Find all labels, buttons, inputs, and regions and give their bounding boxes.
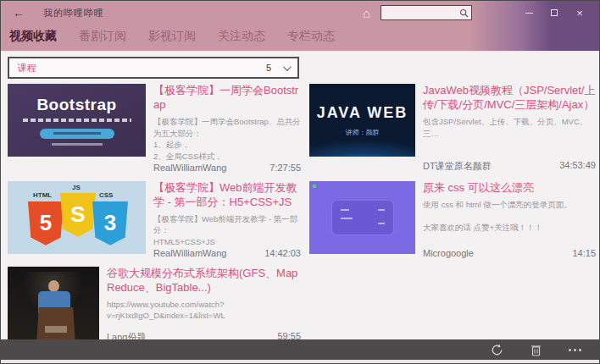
- video-card[interactable]: HTML JS CSS 5 S 3 【极客学院】Web前端开发教学 - 第一部分…: [8, 181, 301, 260]
- minimize-button[interactable]: [516, 3, 542, 22]
- video-card[interactable]: 原来 css 可以这么漂亮 使用 css 和 html 做一个漂亮的登录页面。 …: [309, 181, 596, 260]
- video-uploader: Microgoogle: [423, 248, 474, 258]
- video-description: 【极客学院】Web前端开发教学 - 第一部分： HTML5+CSS+JS: [153, 213, 301, 248]
- window-bottom-strip: [1, 360, 599, 363]
- thumbnail-decoration: [52, 143, 103, 146]
- search-icon[interactable]: [459, 8, 469, 18]
- video-uploader: RealWilliamWang: [153, 248, 226, 258]
- trash-icon: [531, 344, 542, 356]
- js-shield-icon: S: [60, 193, 96, 237]
- video-duration: 7:27:55: [269, 163, 301, 173]
- video-title[interactable]: JavaWeb视频教程（JSP/Servlet/上传/下载/分页/MVC/三层架…: [423, 84, 596, 113]
- speaker-graphic: [48, 280, 59, 292]
- thumbnail-decoration: [45, 326, 67, 333]
- content-area: 课程 5 Bootstrap 【极客学院】一周学会Bootstrap 【极客学院…: [1, 52, 599, 339]
- minimize-icon: [525, 13, 533, 14]
- video-grid: Bootstrap 【极客学院】一周学会Bootstrap 【极客学院】一周学会…: [8, 84, 596, 339]
- thumbnail-decoration: [313, 185, 316, 188]
- thumbnail-text: JAVA WEB: [317, 104, 408, 122]
- chevron-down-icon: [283, 63, 292, 71]
- ellipsis-icon: [569, 349, 581, 351]
- header: ← 我的哔哩哔哩 ⌂ × 视频收藏 番剧订阅 影视订阅: [1, 1, 599, 52]
- folder-dropdown[interactable]: 课程 5: [8, 57, 299, 79]
- maximize-button[interactable]: [542, 3, 567, 22]
- nav-tabs: 视频收藏 番剧订阅 影视订阅 关注动态 专栏动态: [1, 25, 599, 52]
- thumbnail-label-css: CSS: [99, 191, 113, 199]
- tab-following-feed[interactable]: 关注动态: [218, 29, 265, 44]
- thumbnail-decoration: [23, 119, 131, 122]
- video-description: https://www.youtube.com/watch? v=rjKIxdI…: [107, 299, 301, 323]
- video-description: 使用 css 和 html 做一个漂亮的登录页面。 大家喜欢的话 点赞+关注哦！…: [423, 199, 596, 234]
- login-card-graphic: [332, 201, 393, 234]
- tab-bangumi-subscriptions[interactable]: 番剧订阅: [79, 29, 126, 44]
- video-duration: 34:53:49: [559, 160, 596, 173]
- video-duration: 14:15: [572, 248, 596, 258]
- video-duration: 59:55: [277, 331, 301, 339]
- video-uploader: RealWilliamWang: [153, 163, 226, 173]
- more-button[interactable]: [555, 339, 594, 360]
- command-bar: [1, 339, 599, 360]
- video-thumbnail[interactable]: Bootstrap: [8, 84, 146, 157]
- video-title[interactable]: 【极客学院】Web前端开发教学 - 第一部分：H5+CSS+JS: [153, 181, 301, 210]
- close-button[interactable]: ×: [567, 3, 592, 22]
- search-input[interactable]: [381, 7, 459, 19]
- folder-item-count: 5: [266, 63, 271, 73]
- refresh-button[interactable]: [477, 339, 516, 360]
- video-duration: 14:42:03: [264, 248, 301, 258]
- back-icon[interactable]: ←: [13, 6, 25, 19]
- delete-button[interactable]: [516, 339, 555, 360]
- thumbnail-text: Bootstrap: [36, 96, 116, 114]
- video-title[interactable]: 谷歌大规模分布式系统架构(GFS、MapReduce、BigTable...): [107, 267, 301, 295]
- video-thumbnail[interactable]: HTML JS CSS 5 S 3: [8, 181, 146, 254]
- tab-video-favorites[interactable]: 视频收藏: [9, 29, 57, 44]
- app-window: ← 我的哔哩哔哩 ⌂ × 视频收藏 番剧订阅 影视订阅: [0, 0, 600, 364]
- video-card[interactable]: Bootstrap 【极客学院】一周学会Bootstrap 【极客学院】一周学会…: [8, 84, 301, 174]
- podium-graphic: [36, 307, 75, 339]
- html5-shield-icon: 5: [28, 201, 64, 245]
- video-thumbnail[interactable]: [8, 267, 99, 339]
- thumbnail-label-js: JS: [72, 184, 81, 191]
- thumbnail-subtext: 讲师：颜群: [346, 128, 380, 137]
- home-icon[interactable]: ⌂: [363, 7, 370, 19]
- video-thumbnail[interactable]: JAVA WEB 讲师：颜群: [309, 84, 415, 157]
- video-uploader: DT课堂原名颜群: [423, 160, 492, 173]
- video-description: 包含JSP/Servlet、上传、下载、分页、MVC、三…: [423, 116, 596, 140]
- titlebar: ← 我的哔哩哔哩 ⌂ ×: [1, 1, 599, 25]
- tab-film-subscriptions[interactable]: 影视订阅: [148, 29, 196, 44]
- video-title[interactable]: 原来 css 可以这么漂亮: [423, 181, 596, 196]
- thumbnail-button-shape: [40, 129, 114, 139]
- refresh-icon: [491, 344, 503, 356]
- tab-article-feed[interactable]: 专栏动态: [287, 29, 335, 44]
- video-card[interactable]: JAVA WEB 讲师：颜群 JavaWeb视频教程（JSP/Servlet/上…: [309, 84, 596, 174]
- video-description: 【极客学院】一周学会Bootstrap、总共分为五大部分： 1、起步， 2、全局…: [153, 116, 301, 163]
- window-title: 我的哔哩哔哩: [43, 7, 104, 19]
- video-title[interactable]: 【极客学院】一周学会Bootstrap: [153, 84, 301, 113]
- folder-dropdown-label: 课程: [18, 62, 36, 74]
- thumbnail-label-html: HTML: [33, 191, 52, 199]
- video-card[interactable]: 谷歌大规模分布式系统架构(GFS、MapReduce、BigTable...) …: [8, 267, 301, 339]
- video-uploader: Lang份题: [107, 331, 146, 339]
- search-box[interactable]: [381, 5, 472, 20]
- css3-shield-icon: 3: [92, 201, 128, 245]
- maximize-icon: [551, 9, 558, 16]
- video-thumbnail[interactable]: [309, 181, 415, 254]
